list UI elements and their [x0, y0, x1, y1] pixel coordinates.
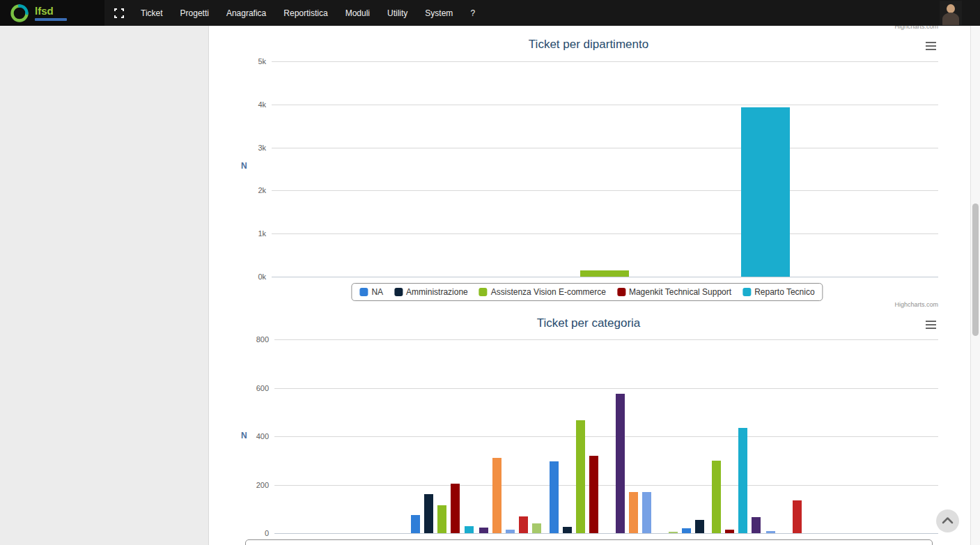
bar[interactable] [411, 515, 420, 533]
scrollbar-track[interactable] [970, 26, 980, 545]
menu-item-help[interactable]: ? [470, 8, 475, 18]
bar[interactable] [793, 500, 802, 533]
bar[interactable] [766, 531, 775, 533]
bar[interactable] [741, 107, 790, 277]
menu-item-anagrafica[interactable]: Anagrafica [226, 8, 266, 18]
avatar[interactable] [940, 1, 962, 25]
bar[interactable] [563, 527, 572, 533]
bar[interactable] [669, 532, 678, 533]
bar[interactable] [479, 528, 488, 533]
bar[interactable] [576, 420, 585, 533]
bar[interactable] [738, 428, 747, 533]
topbar: lfsd Ticket Progetti Anagrafica Reportis… [0, 0, 980, 26]
bar[interactable] [725, 530, 734, 533]
chart-menu-icon[interactable] [926, 42, 936, 52]
chart-menu-icon[interactable] [926, 321, 936, 331]
menu-item-progetti[interactable]: Progetti [180, 8, 209, 18]
bar[interactable] [532, 523, 541, 533]
scrollbar-thumb[interactable] [972, 204, 979, 336]
bar[interactable] [550, 461, 559, 533]
main-menu: Ticket Progetti Anagrafica Reportistica … [141, 8, 475, 18]
menu-item-ticket[interactable]: Ticket [141, 8, 163, 18]
highcharts-credits-chart1[interactable]: Highcharts.com [894, 301, 938, 308]
bar[interactable] [424, 494, 433, 533]
bar[interactable] [506, 530, 515, 533]
menu-item-utility[interactable]: Utility [387, 8, 407, 18]
chart2-legend-box-partial [245, 539, 933, 545]
fullscreen-icon[interactable] [114, 8, 124, 18]
sidebar [0, 26, 209, 545]
scroll-to-top-button[interactable] [936, 509, 959, 532]
bar[interactable] [712, 461, 721, 533]
menu-item-moduli[interactable]: Moduli [345, 8, 370, 18]
avatar-body [942, 13, 959, 25]
bar[interactable] [682, 528, 691, 533]
bar[interactable] [695, 520, 704, 533]
bar[interactable] [642, 492, 651, 533]
app-logo[interactable]: lfsd [0, 0, 104, 26]
bar[interactable] [752, 517, 761, 533]
bar[interactable] [465, 526, 474, 533]
chevron-up-icon [936, 509, 959, 532]
bar[interactable] [589, 456, 598, 533]
brand-name: lfsd [35, 6, 67, 16]
bar[interactable] [580, 270, 629, 277]
bar[interactable] [629, 492, 638, 533]
bar[interactable] [437, 505, 446, 533]
bar[interactable] [451, 484, 460, 533]
bar[interactable] [492, 458, 501, 533]
bar[interactable] [519, 516, 528, 533]
brand-tagline [35, 18, 67, 21]
bar[interactable] [616, 394, 625, 533]
menu-item-reportistica[interactable]: Reportistica [283, 8, 327, 18]
menu-item-system[interactable]: System [425, 8, 453, 18]
logo-swirl-icon [10, 3, 29, 23]
